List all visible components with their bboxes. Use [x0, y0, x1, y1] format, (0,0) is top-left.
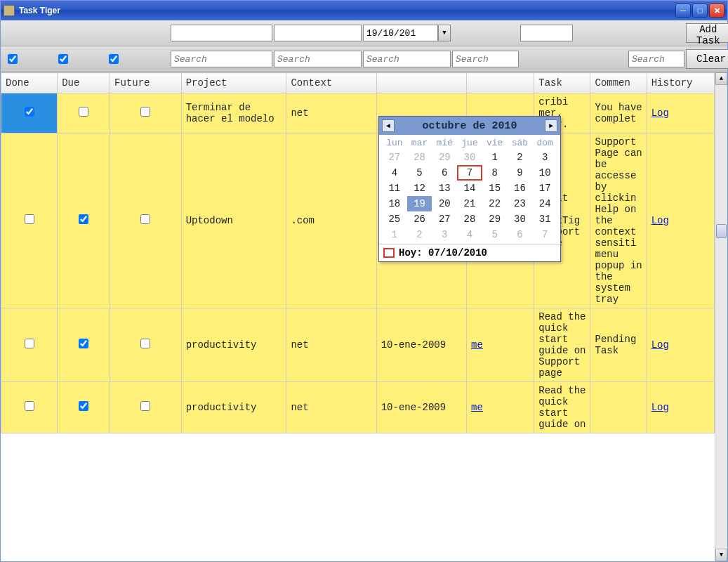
calendar-day[interactable]: 27: [382, 150, 407, 165]
calendar-day[interactable]: 6: [432, 165, 457, 181]
calendar-day[interactable]: 14: [457, 181, 482, 196]
calendar-day[interactable]: 31: [532, 211, 557, 227]
scroll-track[interactable]: [715, 85, 727, 549]
calendar-day[interactable]: 3: [532, 150, 557, 165]
calendar-day[interactable]: 4: [382, 165, 407, 181]
table-row[interactable]: productivitynet10-ene-2009meRead the qui…: [1, 308, 715, 382]
calendar-prev-button[interactable]: ◄: [382, 119, 395, 132]
future-checkbox[interactable]: [140, 107, 150, 117]
minimize-button[interactable]: ─: [675, 4, 691, 18]
calendar-day[interactable]: 1: [382, 227, 407, 242]
log-link[interactable]: Log: [651, 339, 669, 351]
calendar-day[interactable]: 24: [532, 196, 557, 211]
calendar-day[interactable]: 23: [508, 196, 533, 211]
search-comment[interactable]: [628, 51, 684, 67]
done-checkbox[interactable]: [25, 214, 34, 224]
clear-button[interactable]: Clear: [686, 49, 728, 69]
filter-due-checkbox[interactable]: [58, 54, 68, 64]
done-checkbox[interactable]: [25, 401, 34, 411]
calendar-day[interactable]: 7: [532, 227, 557, 242]
calendar-day[interactable]: 30: [457, 150, 482, 165]
who-link[interactable]: me: [471, 339, 483, 351]
column-header[interactable]: Done: [1, 73, 58, 93]
search-date[interactable]: [363, 51, 451, 67]
calendar-next-button[interactable]: ►: [545, 119, 557, 132]
done-checkbox[interactable]: [25, 339, 34, 348]
calendar-day[interactable]: 29: [432, 150, 457, 165]
calendar-day[interactable]: 19: [407, 196, 432, 211]
calendar-day[interactable]: 1: [482, 150, 508, 165]
search-who[interactable]: [452, 51, 519, 67]
titlebar[interactable]: Task Tiger ─ □ ✕: [1, 1, 727, 20]
calendar-day[interactable]: 5: [407, 165, 432, 181]
due-checkbox[interactable]: [79, 339, 88, 348]
log-link[interactable]: Log: [651, 215, 669, 226]
due-checkbox[interactable]: [79, 107, 88, 117]
calendar-day[interactable]: 2: [407, 227, 432, 242]
calendar-day[interactable]: 29: [482, 211, 508, 227]
future-checkbox[interactable]: [140, 214, 150, 224]
add-task-button[interactable]: Add Task: [686, 23, 728, 43]
column-header[interactable]: Future: [110, 73, 182, 93]
close-button[interactable]: ✕: [709, 4, 724, 18]
filter-future-checkbox[interactable]: [109, 54, 119, 64]
calendar-day[interactable]: 30: [508, 211, 533, 227]
context-input[interactable]: [274, 25, 362, 41]
due-checkbox[interactable]: [79, 401, 88, 411]
calendar-day[interactable]: 25: [382, 211, 407, 227]
column-header[interactable]: History: [647, 73, 714, 93]
log-link[interactable]: Log: [651, 107, 669, 119]
table-row[interactable]: productivitynet10-ene-2009meRead the qui…: [1, 382, 715, 433]
calendar-day[interactable]: 28: [457, 211, 482, 227]
column-header[interactable]: [376, 73, 466, 93]
calendar-day[interactable]: 2: [508, 150, 533, 165]
calendar-day[interactable]: 9: [508, 165, 533, 181]
calendar-day[interactable]: 16: [508, 181, 533, 196]
calendar-footer[interactable]: Hoy: 07/10/2010: [379, 244, 560, 261]
calendar-day[interactable]: 28: [407, 150, 432, 165]
calendar-day[interactable]: 10: [532, 165, 557, 181]
calendar-day[interactable]: 15: [482, 181, 508, 196]
table-row[interactable]: Terminar de hacer el modelonetcribi mer.…: [1, 93, 715, 133]
calendar-day[interactable]: 26: [407, 211, 432, 227]
calendar-day[interactable]: 13: [432, 181, 457, 196]
column-header[interactable]: Due: [58, 73, 110, 93]
scroll-down-button[interactable]: ▼: [715, 549, 727, 561]
column-header[interactable]: Project: [181, 73, 286, 93]
calendar-day[interactable]: 11: [382, 181, 407, 196]
date-input[interactable]: [363, 25, 438, 41]
table-row[interactable]: Uptodown.com10-ene-2009meVisit the taskT…: [1, 133, 715, 308]
calendar-day[interactable]: 5: [482, 227, 508, 242]
due-checkbox[interactable]: [79, 214, 88, 224]
calendar-day[interactable]: 22: [482, 196, 508, 211]
future-checkbox[interactable]: [140, 339, 150, 348]
calendar-day[interactable]: 18: [382, 196, 407, 211]
calendar-day[interactable]: 4: [457, 227, 482, 242]
search-context[interactable]: [274, 51, 362, 67]
calendar-day[interactable]: 3: [432, 227, 457, 242]
scroll-thumb[interactable]: [716, 224, 727, 238]
column-header[interactable]: Task: [534, 73, 590, 93]
project-input[interactable]: [171, 25, 272, 41]
column-header[interactable]: Commen: [590, 73, 647, 93]
calendar-day[interactable]: 12: [407, 181, 432, 196]
future-checkbox[interactable]: [140, 401, 150, 411]
task-input[interactable]: [520, 25, 573, 41]
date-dropdown-button[interactable]: ▼: [438, 25, 451, 41]
calendar-day[interactable]: 21: [457, 196, 482, 211]
calendar-day[interactable]: 20: [432, 196, 457, 211]
calendar-day[interactable]: 8: [482, 165, 508, 181]
column-header[interactable]: Context: [286, 73, 376, 93]
maximize-button[interactable]: □: [692, 4, 708, 18]
done-checkbox[interactable]: [25, 107, 34, 117]
log-link[interactable]: Log: [651, 402, 669, 413]
column-header[interactable]: [467, 73, 534, 93]
scroll-up-button[interactable]: ▲: [715, 72, 727, 85]
search-project[interactable]: [171, 51, 272, 67]
calendar-day[interactable]: 27: [432, 211, 457, 227]
vertical-scrollbar[interactable]: ▲ ▼: [715, 72, 727, 561]
filter-done-checkbox[interactable]: [8, 54, 18, 64]
calendar-day[interactable]: 17: [532, 181, 557, 196]
who-link[interactable]: me: [471, 402, 483, 413]
calendar-day[interactable]: 7: [457, 165, 482, 181]
